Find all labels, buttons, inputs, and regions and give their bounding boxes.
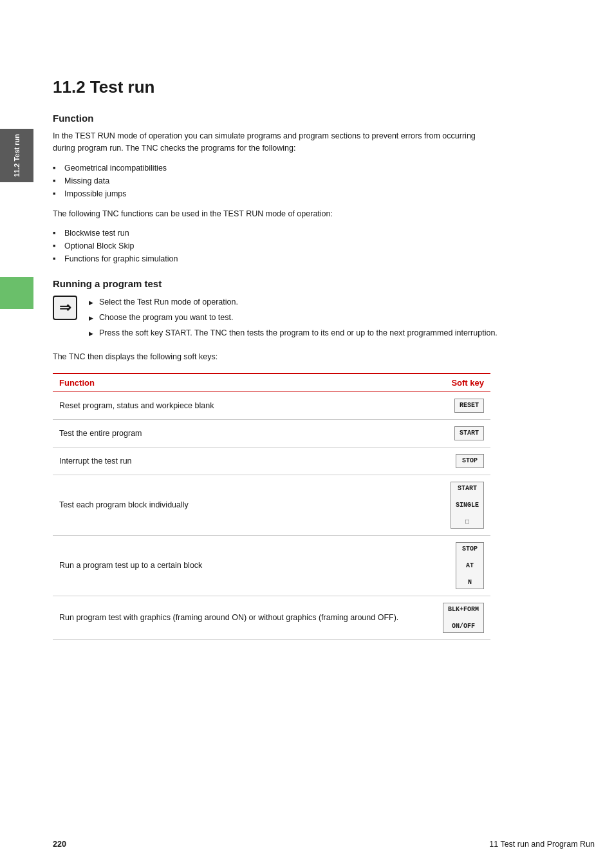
list-item: Geometrical incompatibilities bbox=[53, 162, 582, 175]
table-header-softkey: Soft key bbox=[426, 373, 490, 392]
checks-list: Geometrical incompatibilities Missing da… bbox=[53, 162, 582, 200]
list-item: Blockwise test run bbox=[53, 227, 582, 240]
table-row: Run a program test up to a certain block… bbox=[53, 535, 490, 596]
main-content: 11.2 Test run Function In the TEST RUN m… bbox=[33, 0, 614, 868]
function-cell: Interrupt the test run bbox=[53, 447, 426, 475]
soft-key-button: BLK+FORM ON/OFF bbox=[443, 603, 484, 633]
list-item: Choose the program you want to test. bbox=[89, 311, 498, 324]
function-cell: Test the entire program bbox=[53, 419, 426, 447]
key-line-1: STOP bbox=[462, 545, 478, 553]
key-cell: STOP AT N bbox=[426, 535, 490, 596]
function-cell: Reset program, status and workpiece blan… bbox=[53, 392, 426, 419]
key-label: START bbox=[460, 429, 479, 437]
softkeys-intro: The TNC then displays the following soft… bbox=[53, 351, 490, 363]
instruction-block: ⇒ Select the Test Run mode of operation.… bbox=[53, 296, 582, 342]
softkey-table: Function Soft key Reset program, status … bbox=[53, 373, 490, 640]
soft-key-button: START SINGLE □ bbox=[451, 482, 484, 529]
key-label: RESET bbox=[460, 401, 479, 410]
table-header-function: Function bbox=[53, 373, 426, 392]
soft-key-button: STOP bbox=[456, 454, 484, 468]
footer-chapter: 11 Test run and Program Run bbox=[489, 840, 595, 849]
sidebar-tab: 11.2 Test run bbox=[0, 129, 33, 182]
functions-list: Blockwise test run Optional Block Skip F… bbox=[53, 227, 582, 265]
key-line-2: AT bbox=[466, 561, 474, 570]
table-row: Interrupt the test run STOP bbox=[53, 447, 490, 475]
page-container: 11.2 Test run 11.2 Test run Function In … bbox=[0, 0, 614, 868]
running-heading: Running a program test bbox=[53, 278, 582, 289]
function-intro: In the TEST RUN mode of operation you ca… bbox=[53, 130, 490, 155]
table-row: Test each program block individually STA… bbox=[53, 475, 490, 535]
section-title: 11.2 Test run bbox=[53, 77, 582, 97]
key-line-1: BLK+FORM bbox=[448, 605, 479, 614]
soft-key-button: STOP AT N bbox=[456, 542, 484, 589]
section-heading: Test run bbox=[90, 77, 155, 97]
sidebar: 11.2 Test run bbox=[0, 0, 33, 868]
key-line-1: START bbox=[458, 484, 477, 493]
key-line-2: ON/OFF bbox=[452, 622, 475, 630]
steps-list: Select the Test Run mode of operation. C… bbox=[89, 296, 498, 342]
list-item: Optional Block Skip bbox=[53, 240, 582, 252]
function-cell: Test each program block individually bbox=[53, 475, 426, 535]
table-row: Reset program, status and workpiece blan… bbox=[53, 392, 490, 419]
list-item: Impossible jumps bbox=[53, 187, 582, 200]
soft-key-button: START bbox=[454, 426, 484, 440]
function-cell: Run program test with graphics (framing … bbox=[53, 596, 426, 639]
function-cell: Run a program test up to a certain block bbox=[53, 535, 426, 596]
list-item: Press the soft key START. The TNC then t… bbox=[89, 326, 498, 339]
soft-key-button: RESET bbox=[454, 399, 484, 413]
function-heading: Function bbox=[53, 113, 582, 124]
table-row: Test the entire program START bbox=[53, 419, 490, 447]
key-line-3: N bbox=[468, 578, 472, 587]
page-number: 220 bbox=[53, 840, 66, 849]
following-text: The following TNC functions can be used … bbox=[53, 208, 490, 220]
key-cell: START bbox=[426, 419, 490, 447]
section-number: 11.2 bbox=[53, 77, 86, 97]
key-cell: RESET bbox=[426, 392, 490, 419]
key-label: STOP bbox=[462, 457, 478, 465]
key-line-3: □ bbox=[465, 518, 469, 526]
page-footer: 220 11 Test run and Program Run bbox=[33, 840, 614, 849]
key-cell: BLK+FORM ON/OFF bbox=[426, 596, 490, 639]
list-item: Functions for graphic simulation bbox=[53, 252, 582, 265]
list-item: Missing data bbox=[53, 175, 582, 187]
program-test-section: Running a program test ⇒ Select the Test… bbox=[53, 278, 582, 639]
green-bar bbox=[0, 277, 33, 309]
key-cell: STOP bbox=[426, 447, 490, 475]
key-cell: START SINGLE □ bbox=[426, 475, 490, 535]
list-item: Select the Test Run mode of operation. bbox=[89, 296, 498, 308]
mode-icon: ⇒ bbox=[53, 296, 77, 320]
arrow-icon: ⇒ bbox=[59, 299, 71, 316]
key-line-2: SINGLE bbox=[456, 501, 479, 509]
sidebar-tab-text: 11.2 Test run bbox=[13, 134, 21, 177]
table-row: Run program test with graphics (framing … bbox=[53, 596, 490, 639]
